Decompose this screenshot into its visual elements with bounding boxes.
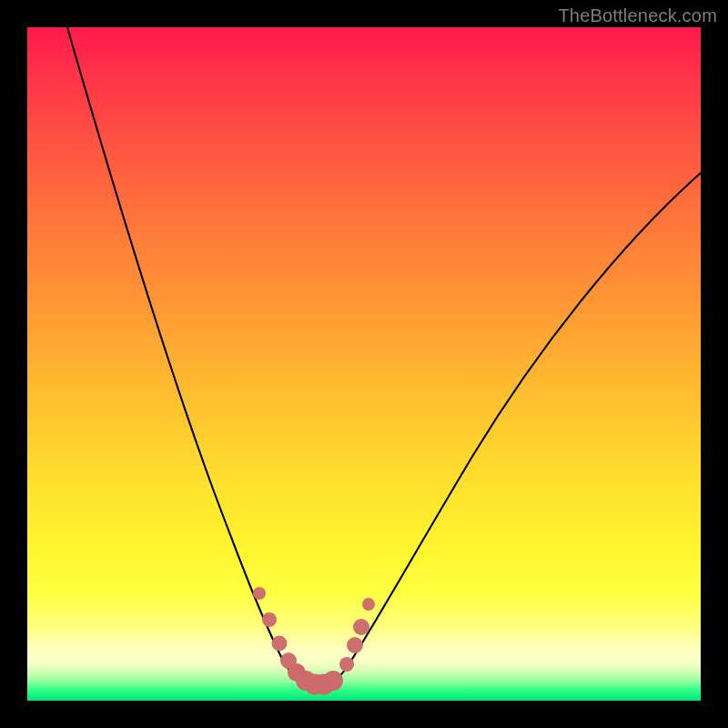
svg-point-10 (347, 637, 363, 653)
bottleneck-curve (27, 27, 701, 701)
watermark-text: TheBottleneck.com (558, 5, 717, 26)
svg-point-8 (323, 671, 343, 691)
plot-area (27, 27, 701, 701)
svg-point-11 (353, 619, 369, 635)
svg-point-9 (339, 657, 354, 672)
trough-markers (253, 587, 375, 695)
svg-point-0 (253, 587, 266, 600)
outer-frame: TheBottleneck.com (0, 0, 728, 728)
svg-point-12 (362, 598, 375, 611)
svg-point-1 (262, 612, 277, 627)
svg-point-2 (272, 636, 288, 652)
